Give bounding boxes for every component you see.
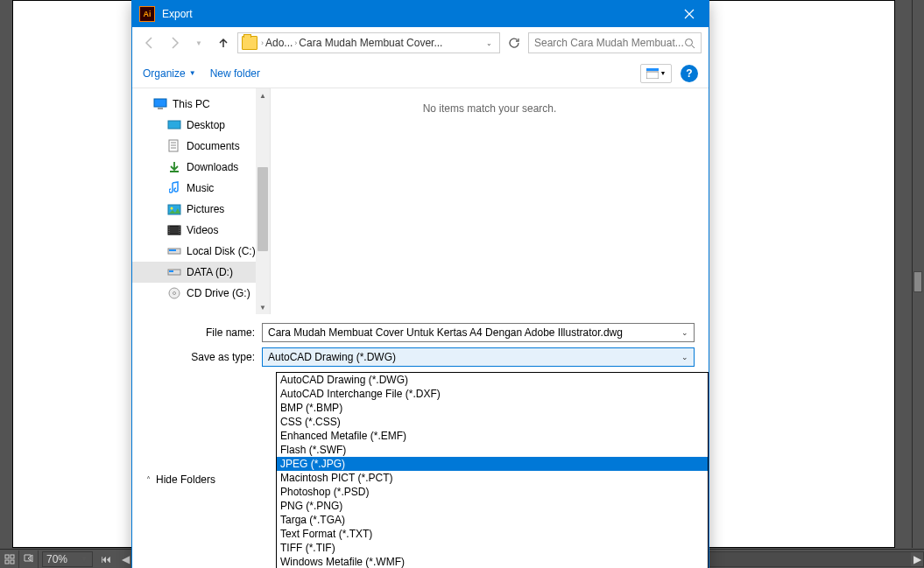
dropdown-option[interactable]: Macintosh PICT (*.PCT) <box>277 471 708 485</box>
dropdown-option[interactable]: Flash (*.SWF) <box>277 443 708 457</box>
tree-item-desktop[interactable]: Desktop <box>132 115 270 136</box>
svg-point-12 <box>171 207 173 209</box>
svg-rect-1 <box>11 555 14 558</box>
scrollbar-thumb[interactable] <box>913 271 922 292</box>
ai-app-icon: Ai <box>139 6 155 22</box>
scroll-right-icon[interactable]: ▶ <box>911 552 923 566</box>
svg-rect-7 <box>154 99 166 107</box>
dropdown-option[interactable]: Enhanced Metafile (*.EMF) <box>277 429 708 443</box>
chevron-down-icon: ▼ <box>195 39 202 47</box>
svg-point-4 <box>686 39 693 46</box>
hide-folders-button[interactable]: ˄ Hide Folders <box>146 473 215 486</box>
svg-rect-0 <box>5 555 9 558</box>
dropdown-option[interactable]: JPEG (*.JPG) <box>277 457 708 471</box>
music-icon <box>167 182 181 194</box>
dropdown-option[interactable]: CSS (*.CSS) <box>277 415 708 429</box>
arrow-left-icon <box>143 36 157 50</box>
arrow-up-icon <box>216 36 230 50</box>
tree-item-music[interactable]: Music <box>132 178 270 199</box>
zoom-combo[interactable]: 70% ▼ <box>42 551 93 567</box>
dropdown-option[interactable]: Windows Metafile (*.WMF) <box>277 555 708 568</box>
dialog-body: This PC Desktop Documents Downloads <box>132 88 709 314</box>
svg-rect-17 <box>169 270 173 272</box>
close-icon <box>684 9 695 19</box>
sidebar-scrollbar[interactable]: ▲ ▼ <box>256 88 270 314</box>
close-button[interactable] <box>669 1 709 27</box>
forward-button[interactable] <box>164 32 185 53</box>
chevron-down-icon[interactable]: ⌄ <box>681 353 688 361</box>
file-list-area: No items match your search. <box>271 88 709 314</box>
form-area: File name: Cara Mudah Membuat Cover Untu… <box>132 314 709 568</box>
savetype-dropdown-list: AutoCAD Drawing (*.DWG)AutoCAD Interchan… <box>276 372 709 568</box>
tree-item-videos[interactable]: Videos <box>132 220 270 241</box>
view-icon <box>646 68 659 79</box>
svg-rect-5 <box>646 68 659 71</box>
tree-item-cdg[interactable]: CD Drive (G:) <box>132 283 270 304</box>
back-button[interactable] <box>139 32 160 53</box>
desktop-icon <box>167 119 181 131</box>
right-scrollbar[interactable] <box>912 0 924 548</box>
navigation-pane: This PC Desktop Documents Downloads <box>132 88 271 314</box>
dropdown-option[interactable]: Targa (*.TGA) <box>277 513 708 527</box>
chevron-down-icon: ▼ <box>660 70 667 76</box>
dropdown-option[interactable]: BMP (*.BMP) <box>277 401 708 415</box>
dropdown-option[interactable]: AutoCAD Interchange File (*.DXF) <box>277 387 708 401</box>
chevron-down-icon: ▼ <box>80 554 88 564</box>
dropdown-option[interactable]: Photoshop (*.PSD) <box>277 485 708 499</box>
svg-rect-15 <box>169 249 176 251</box>
recent-dropdown[interactable]: ▼ <box>188 32 209 53</box>
dropdown-option[interactable]: Text Format (*.TXT) <box>277 527 708 541</box>
organize-button[interactable]: Organize ▼ <box>143 67 196 80</box>
tree-item-downloads[interactable]: Downloads <box>132 157 270 178</box>
tree-item-thispc[interactable]: This PC <box>132 94 270 115</box>
tree-label: DATA (D:) <box>187 266 233 278</box>
chevron-down-icon[interactable]: ⌄ <box>483 39 496 47</box>
refresh-button[interactable] <box>504 32 525 53</box>
tree-label: Local Disk (C:) <box>187 245 256 257</box>
dropdown-option[interactable]: AutoCAD Drawing (*.DWG) <box>277 373 708 387</box>
breadcrumb-item[interactable]: Cara Mudah Membuat Cover... <box>299 37 442 49</box>
filename-input[interactable]: Cara Mudah Membuat Cover Untuk Kertas A4… <box>262 323 695 342</box>
cd-icon <box>167 287 181 299</box>
folder-icon <box>242 36 257 50</box>
svg-point-19 <box>173 292 176 295</box>
chevron-right-icon: › <box>261 39 264 47</box>
status-export-icon[interactable] <box>19 550 39 568</box>
export-dialog: Ai Export ▼ › Ado... › <box>131 0 709 568</box>
tree-item-documents[interactable]: Documents <box>132 136 270 157</box>
nav-first-icon[interactable]: ⏮ <box>96 550 116 568</box>
scroll-down-icon[interactable]: ▼ <box>256 300 270 314</box>
tree-label: This PC <box>173 98 210 110</box>
documents-icon <box>167 140 181 152</box>
up-button[interactable] <box>213 32 234 53</box>
breadcrumb-item[interactable]: Ado... <box>265 37 293 49</box>
pictures-icon <box>167 203 181 215</box>
zoom-value: 70% <box>46 553 67 565</box>
scrollbar-thumb[interactable] <box>257 167 268 251</box>
view-options-button[interactable]: ▼ <box>640 64 672 83</box>
tree-label: Music <box>187 182 214 194</box>
svg-rect-2 <box>5 560 9 564</box>
dropdown-option[interactable]: TIFF (*.TIF) <box>277 541 708 555</box>
new-folder-button[interactable]: New folder <box>210 67 260 80</box>
dropdown-option[interactable]: PNG (*.PNG) <box>277 499 708 513</box>
chevron-down-icon[interactable]: ⌄ <box>681 328 688 337</box>
savetype-combo[interactable]: AutoCAD Drawing (*.DWG) ⌄ <box>262 347 695 367</box>
tree-item-datad[interactable]: DATA (D:) <box>132 262 270 283</box>
tree-item-pictures[interactable]: Pictures <box>132 199 270 220</box>
filename-label: File name: <box>146 326 262 339</box>
status-grid-icon[interactable] <box>0 550 19 568</box>
search-input[interactable]: Search Cara Mudah Membuat... <box>528 32 702 53</box>
dialog-titlebar[interactable]: Ai Export <box>132 1 709 27</box>
svg-rect-3 <box>11 560 14 564</box>
scroll-up-icon[interactable]: ▲ <box>256 88 270 102</box>
search-icon <box>684 38 695 49</box>
organize-label: Organize <box>143 67 186 80</box>
tree-label: Desktop <box>187 119 225 131</box>
breadcrumb[interactable]: › Ado... › Cara Mudah Membuat Cover... ⌄ <box>237 32 500 53</box>
videos-icon <box>167 224 181 236</box>
tree-label: Pictures <box>187 203 224 215</box>
monitor-icon <box>153 98 167 110</box>
tree-item-localc[interactable]: Local Disk (C:) <box>132 241 270 262</box>
help-button[interactable]: ? <box>681 65 698 82</box>
